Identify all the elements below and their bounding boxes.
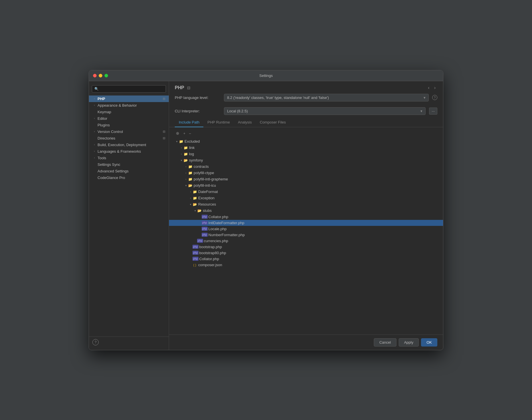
tree-item-label: composer.json [198,263,222,267]
collator-php-badge: php [202,215,208,219]
tree-item-composer-json[interactable]: { } composer.json [169,262,443,268]
forward-button[interactable]: › [432,85,437,91]
tree-item-link[interactable]: › 📁 link [169,145,443,151]
tree-item-currencies[interactable]: php currencies.php [169,238,443,244]
language-level-dropdown[interactable]: 8.2 ('readonly' classes, 'true' type, st… [224,94,429,101]
tab-php-runtime[interactable]: PHP Runtime [203,118,234,127]
sidebar-item-php[interactable]: › PHP ⊟ [89,95,169,102]
cli-edit-button[interactable]: ··· [429,108,437,115]
exc-folder-icon: 📁 [192,196,197,200]
sidebar-item-tools[interactable]: › Tools [89,155,169,161]
tree-item-log[interactable]: › 📁 log [169,151,443,157]
cli-interpreter-dropdown[interactable]: Local (8.2.5) ▾ [224,107,426,115]
tree-item-polyfill-intl-grapheme[interactable]: › 📁 polyfill-intl-grapheme [169,176,443,182]
tree-item-polyfill-intl-icu[interactable]: ▾ 📂 polyfill-intl-icu [169,182,443,189]
nf-spacer [198,233,202,237]
tree-item-symfony[interactable]: ▾ 📂 symfony [169,157,443,164]
tree-item-collator2-php[interactable]: php Collator.php [169,256,443,262]
tab-composer-files[interactable]: Composer Files [256,118,290,127]
tree-item-label: stubs [203,208,212,213]
sidebar-item-label: PHP [98,97,105,101]
close-button[interactable] [93,74,97,77]
collator2-spacer [188,257,192,261]
stubs-toggle-icon: ▾ [193,209,197,213]
sidebar-item-plugins[interactable]: Plugins [89,122,169,128]
tree-item-dateformat[interactable]: › 📁 DateFormat [169,189,443,195]
tree-item-label: Locale.php [209,227,227,231]
language-level-label: PHP language level: [175,95,221,100]
help-button[interactable]: ? [92,339,99,345]
search-box[interactable]: 🔍 [92,85,166,93]
sidebar-item-editor[interactable]: › Editor [89,115,169,122]
tree-item-contracts[interactable]: › 📁 contracts [169,164,443,170]
tree-item-polyfill-ctype[interactable]: › 📁 polyfill-ctype [169,170,443,176]
sidebar-item-settings-sync[interactable]: Settings Sync [89,161,169,168]
vc-arrow-icon: › [92,130,96,134]
sidebar-item-keymap[interactable]: Keymap [89,109,169,115]
locale-spacer [198,227,202,231]
collator2-php-badge: php [192,257,198,261]
minimize-button[interactable] [99,74,102,77]
tree-item-label: contracts [194,164,209,169]
stubs-folder-icon: 📂 [197,208,202,213]
cancel-button[interactable]: Cancel [374,338,396,347]
cli-interpreter-row: CLI Interpreter: Local (8.2.5) ▾ ··· [169,104,443,118]
sidebar-item-languages[interactable]: › Languages & Frameworks [89,148,169,155]
page-title: PHP [175,85,184,90]
search-input[interactable] [100,87,163,91]
content-header: PHP ⊟ ‹ › [169,81,443,91]
tree-add-button[interactable]: ⊕ [175,131,181,137]
sidebar-bottom: ? [89,337,169,348]
sidebar-item-build[interactable]: › Build, Execution, Deployment [89,142,169,148]
tree-item-label: polyfill-intl-grapheme [194,177,228,181]
tree-item-label: Resources [198,202,216,206]
sidebar-item-codeglance[interactable]: CodeGlance Pro [89,174,169,181]
sidebar-item-appearance[interactable]: › Appearance & Behavior [89,102,169,109]
tree-item-label: NumberFormatter.php [209,233,245,237]
php-collapse-icon: ⊟ [163,97,165,101]
settings-window: Settings 🔍 › PHP ⊟ › Appearance & Behavi… [89,70,443,350]
ok-button[interactable]: OK [421,338,437,347]
tree-add-subfolder-button[interactable]: + [182,131,186,136]
sidebar-item-label: Languages & Frameworks [98,149,141,154]
tree-remove-button[interactable]: − [188,131,192,136]
tree-item-bootstrap-php[interactable]: php bootstrap.php [169,244,443,250]
nf-php-badge: php [202,233,208,237]
sidebar-item-advanced[interactable]: Advanced Settings [89,168,169,174]
tree-item-excluded[interactable]: ▾ 📁 Excluded [169,138,443,145]
sidebar-item-directories[interactable]: Directories ⊟ [89,135,169,142]
tree-item-collator-php[interactable]: php Collator.php [169,214,443,220]
plugins-spacer [92,123,96,127]
exc-toggle-icon: › [188,196,192,200]
tree-item-label: Collator.php [209,215,228,219]
nav-arrows: ‹ › [426,85,437,91]
cli-interpreter-label: CLI Interpreter: [175,109,221,113]
sidebar-item-label: Editor [98,116,107,121]
tree-item-locale-php[interactable]: php Locale.php [169,226,443,232]
tree-item-stubs[interactable]: ▾ 📂 stubs [169,208,443,214]
tab-include-path[interactable]: Include Path [175,118,203,127]
maximize-button[interactable] [104,74,108,77]
sidebar-item-version-control[interactable]: › Version Control ⊟ [89,128,169,135]
contracts-folder-icon: 📁 [188,164,192,169]
tree-item-bootstrap80-php[interactable]: php bootstrap80.php [169,250,443,256]
apply-button[interactable]: Apply [399,338,419,347]
tree-item-numberformatter[interactable]: php NumberFormatter.php [169,232,443,238]
sidebar-item-label: Plugins [98,123,110,127]
language-level-row: PHP language level: 8.2 ('readonly' clas… [169,91,443,104]
res-toggle-icon: ▾ [188,202,192,206]
tree-item-label: DateFormat [198,190,218,194]
log-toggle-icon: › [179,152,183,156]
polyfill-ctype-folder-icon: 📁 [188,171,192,175]
back-button[interactable]: ‹ [426,85,431,91]
language-help-button[interactable]: ? [432,95,437,100]
pig-toggle-icon: › [184,177,188,181]
excluded-toggle-icon: ▾ [175,140,179,144]
tree-item-label: bootstrap80.php [199,251,226,255]
symfony-folder-icon: 📂 [183,158,188,163]
tab-analysis[interactable]: Analysis [234,118,256,127]
tree-item-exception[interactable]: › 📁 Exception [169,195,443,201]
tree-item-intldateformatter[interactable]: php IntlDateFormatter.php [169,220,443,226]
language-level-value: 8.2 ('readonly' classes, 'true' type, st… [227,95,329,100]
tree-item-resources[interactable]: ▾ 📂 Resources [169,201,443,208]
